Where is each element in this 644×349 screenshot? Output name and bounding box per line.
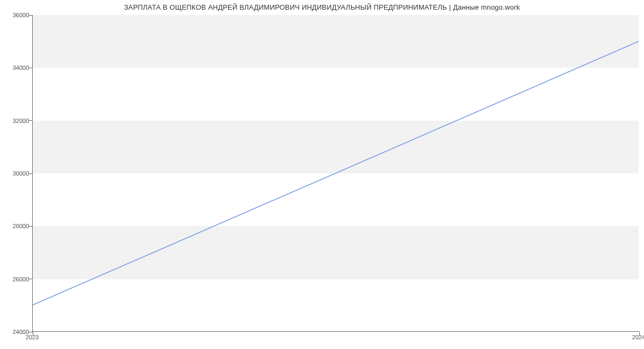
y-axis-label: 26000 — [12, 276, 29, 282]
data-line — [33, 15, 639, 331]
chart-container: ЗАРПЛАТА В ОЩЕПКОВ АНДРЕЙ ВЛАДИМИРОВИЧ И… — [0, 0, 644, 349]
y-axis-label: 32000 — [12, 118, 29, 124]
chart-title: ЗАРПЛАТА В ОЩЕПКОВ АНДРЕЙ ВЛАДИМИРОВИЧ И… — [0, 3, 644, 11]
y-axis-label: 30000 — [12, 170, 29, 177]
y-tick — [28, 226, 33, 227]
y-tick — [28, 173, 33, 174]
plot-area — [32, 15, 639, 332]
y-tick — [28, 15, 33, 16]
y-tick — [28, 120, 33, 121]
x-axis-label: 2024 — [632, 334, 644, 340]
y-axis-label: 28000 — [12, 223, 29, 229]
y-axis-label: 36000 — [12, 12, 29, 18]
y-tick — [28, 279, 33, 279]
x-axis-label: 2023 — [26, 334, 39, 340]
y-tick — [28, 68, 33, 68]
y-axis-label: 34000 — [12, 64, 29, 71]
